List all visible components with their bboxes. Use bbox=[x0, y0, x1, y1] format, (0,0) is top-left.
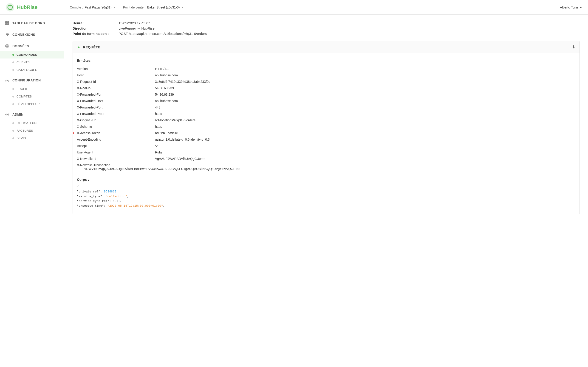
header-key-12: Accept bbox=[77, 143, 155, 149]
sidebar-label-admin: ADMIN bbox=[12, 113, 23, 116]
svg-rect-6 bbox=[7, 23, 9, 25]
sidebar-item-factures[interactable]: FACTURES bbox=[0, 127, 64, 134]
header-val-6: 443 bbox=[155, 104, 575, 110]
sidebar-item-devis[interactable]: DEVIS bbox=[0, 134, 64, 142]
code-key: "service_type_ref": bbox=[77, 199, 113, 203]
header-key-7: X-Forwarded-Proto bbox=[77, 110, 155, 117]
header-key-13: User-Agent bbox=[77, 149, 155, 156]
catalogues-label: CATALOGUES bbox=[17, 68, 37, 72]
header-key-2: X-Request-Id bbox=[77, 78, 155, 85]
code-val-str: "collection" bbox=[106, 195, 127, 198]
header-key-0: Version bbox=[77, 66, 155, 72]
sidebar-item-commandes[interactable]: COMMANDES bbox=[0, 51, 64, 58]
header-key-8: X-Original-Uri bbox=[77, 117, 155, 123]
header-row-accept-encoding: Accept-Encodinggzip;q=1.0,deflate;q=0.6,… bbox=[77, 136, 575, 143]
code-line-2: "service_type": "collection", bbox=[77, 194, 575, 199]
admin-items: UTILISATEURS FACTURES DEVIS bbox=[0, 119, 64, 142]
point-vente-label: Point de vente : bbox=[123, 6, 145, 9]
heure-row: Heure : 15/05/2020 17:43:07 bbox=[73, 21, 580, 25]
point-vente-value: Baker Street (z6q31-0) bbox=[147, 6, 180, 9]
direction-value: LivePepper → HubRise bbox=[119, 26, 155, 30]
sidebar-section-admin: ADMIN UTILISATEURS FACTURES DEVIS bbox=[0, 110, 64, 142]
heure-value: 15/05/2020 17:43:07 bbox=[119, 21, 150, 25]
headers-section: En-têtes : VersionHTTP/1.1Hostapi.hubris… bbox=[77, 58, 575, 172]
header-val-13: Ruby bbox=[155, 149, 575, 156]
developpeur-dot bbox=[12, 103, 14, 105]
header-val-11: gzip;q=1.0,deflate;q=0.6,identity;q=0.3 bbox=[155, 136, 575, 143]
point-vente-chevron-icon: ▼ bbox=[181, 6, 184, 9]
header-val-0: HTTP/1.1 bbox=[155, 66, 575, 72]
terminaison-value: POST https://api.hubrise.com/v1/location… bbox=[119, 32, 207, 35]
code-key: "private_ref": bbox=[77, 190, 104, 193]
request-header[interactable]: ▲ REQUÊTE ⬇ bbox=[73, 41, 579, 53]
code-line-4: "expected_time": "2020-05-15T19:15:00.00… bbox=[77, 204, 575, 209]
svg-rect-11 bbox=[7, 36, 8, 36]
top-nav: HubRise Compte : Fast Pizza (z6q31) ▼ Po… bbox=[0, 0, 588, 15]
sidebar-item-tableau-de-bord[interactable]: TABLEAU DE BORD bbox=[0, 18, 64, 28]
svg-point-0 bbox=[6, 3, 14, 11]
sidebar-label-connexions: CONNEXIONS bbox=[12, 33, 35, 36]
header-row-x-newrelic-transaction: X-Newrelic-TransactionPxRWV1dTWgQAUAUADg… bbox=[77, 162, 575, 172]
header-key-9: X-Scheme bbox=[77, 123, 155, 130]
header-val-3: 54.36.63.239 bbox=[155, 85, 575, 91]
terminaison-row: Point de terminaison : POST https://api.… bbox=[73, 32, 580, 35]
database-icon bbox=[5, 44, 10, 49]
header-row-accept: Accept*/* bbox=[77, 143, 575, 149]
header-key-10: X-Access-Token bbox=[77, 130, 155, 136]
header-row-host: Hostapi.hubrise.com bbox=[77, 72, 575, 78]
sidebar-item-admin[interactable]: ADMIN bbox=[0, 110, 64, 119]
sidebar-item-profil[interactable]: PROFIL bbox=[0, 85, 64, 93]
code-val-str: "2020-05-15T19:15:00.000+01:00" bbox=[107, 204, 163, 208]
header-val-12: */* bbox=[155, 143, 575, 149]
sidebar-item-catalogues[interactable]: CATALOGUES bbox=[0, 66, 64, 74]
point-vente-dropdown[interactable]: Baker Street (z6q31-0) ▼ bbox=[147, 6, 184, 9]
compte-dropdown[interactable]: Fast Pizza (z6q31) ▼ bbox=[85, 6, 116, 9]
svg-point-14 bbox=[7, 114, 8, 115]
request-body: En-têtes : VersionHTTP/1.1Hostapi.hubris… bbox=[73, 53, 579, 214]
header-val-7: https bbox=[155, 110, 575, 117]
terminaison-label: Point de terminaison : bbox=[73, 32, 119, 35]
header-val-9: https bbox=[155, 123, 575, 130]
user-name: Alberto Torin bbox=[560, 6, 578, 9]
header-val-10: bf15bb...da9c18 bbox=[155, 130, 575, 136]
compte-label: Compte : bbox=[70, 6, 83, 9]
sidebar-item-donnees[interactable]: DONNÉES bbox=[0, 41, 64, 51]
sidebar-label-tableau: TABLEAU DE BORD bbox=[12, 21, 45, 25]
request-header-left: ▲ REQUÊTE bbox=[77, 45, 100, 49]
sidebar-section-tableau: TABLEAU DE BORD bbox=[0, 18, 64, 28]
request-section: ▲ REQUÊTE ⬇ En-têtes : VersionHTTP/1.1Ho… bbox=[73, 41, 580, 214]
svg-rect-9 bbox=[6, 33, 9, 35]
header-val-1: api.hubrise.com bbox=[155, 72, 575, 78]
developpeur-label: DÉVELOPPEUR bbox=[17, 102, 40, 106]
direction-label: Direction : bbox=[73, 26, 119, 30]
code-val-num: 9534869 bbox=[104, 190, 116, 193]
compte-chevron-icon: ▼ bbox=[113, 6, 116, 9]
arrow-indicator bbox=[73, 131, 75, 135]
download-icon[interactable]: ⬇ bbox=[572, 44, 575, 50]
heure-label: Heure : bbox=[73, 21, 119, 25]
header-key-4: X-Forwarded-For bbox=[77, 91, 155, 98]
header-key-11: Accept-Encoding bbox=[77, 136, 155, 143]
sidebar-item-developpeur[interactable]: DÉVELOPPEUR bbox=[0, 100, 64, 108]
sidebar-item-connexions[interactable]: CONNEXIONS bbox=[0, 30, 64, 40]
header-row-x-newrelic-id: X-Newrelic-IdVgAAUFJWARADVlhUAQgCUw== bbox=[77, 156, 575, 162]
svg-rect-5 bbox=[5, 23, 7, 25]
logo-text: HubRise bbox=[17, 4, 37, 10]
sidebar-item-configuration[interactable]: CONFIGURATION bbox=[0, 75, 64, 85]
header-row-x-forwarded-for: X-Forwarded-For54.36.63.239 bbox=[77, 91, 575, 98]
plug-icon bbox=[5, 32, 10, 37]
code-line-3: "service_type_ref": null, bbox=[77, 199, 575, 204]
nav-selectors: Compte : Fast Pizza (z6q31) ▼ Point de v… bbox=[70, 6, 560, 9]
devis-label: DEVIS bbox=[17, 136, 26, 140]
user-menu[interactable]: Alberto Torin ▼ bbox=[560, 6, 582, 9]
main-layout: TABLEAU DE BORD CONNEXIONS bbox=[0, 15, 588, 367]
header-val-5: api.hubrise.com bbox=[155, 98, 575, 104]
configuration-items: PROFIL COMPTES DÉVELOPPEUR bbox=[0, 85, 64, 108]
sidebar-item-utilisateurs[interactable]: UTILISATEURS bbox=[0, 119, 64, 127]
code-key: "expected_time": bbox=[77, 204, 107, 208]
sidebar-item-clients[interactable]: CLIENTS bbox=[0, 58, 64, 66]
clients-dot bbox=[12, 61, 14, 63]
main-content: Heure : 15/05/2020 17:43:07 Direction : … bbox=[64, 15, 588, 367]
header-val-8: /v1/locations/z6q31-0/orders bbox=[155, 117, 575, 123]
sidebar-item-comptes[interactable]: COMPTES bbox=[0, 93, 64, 100]
